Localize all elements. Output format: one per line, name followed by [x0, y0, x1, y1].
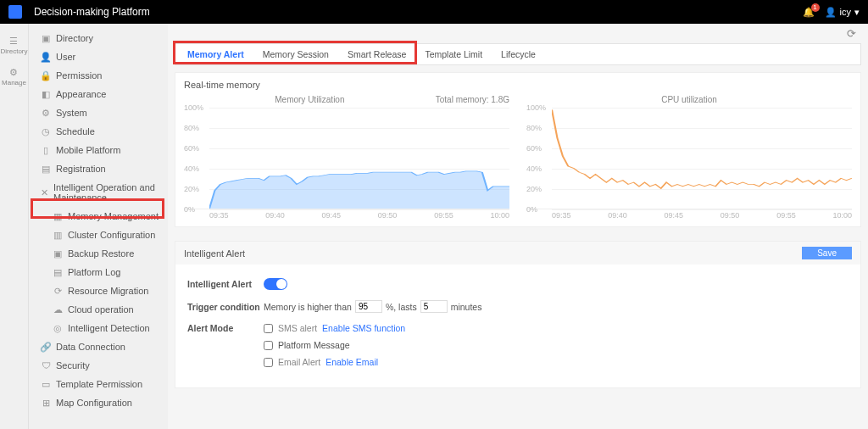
threshold-input[interactable]	[355, 300, 382, 313]
template-icon: ▭	[41, 379, 51, 389]
menu-template-permission[interactable]: ▭Template Permission	[29, 375, 168, 393]
enable-email-link[interactable]: Enable Email	[326, 357, 378, 367]
menu-backup[interactable]: ▣Backup Restore	[29, 244, 168, 263]
email-alert-checkbox[interactable]	[264, 358, 273, 367]
folder-icon: ▣	[41, 33, 51, 43]
rail-manage[interactable]: ⚙ Manage	[2, 67, 26, 86]
menu-mobile[interactable]: ▯Mobile Platform	[29, 141, 168, 159]
cpu-chart: CPU utilization 0%20%40%60%80%100% 09:35…	[526, 95, 852, 220]
menu-data-connection[interactable]: 🔗Data Connection	[29, 337, 168, 356]
detect-icon: ◎	[53, 323, 63, 333]
menu-registration[interactable]: ▤Registration	[29, 159, 168, 178]
total-memory-label: Total memory: 1.8G	[436, 95, 509, 104]
user-menu[interactable]: 👤 icy ▾	[825, 7, 860, 18]
enable-sms-link[interactable]: Enable SMS function	[322, 323, 405, 333]
cpu-chart-title: CPU utilization	[526, 95, 852, 104]
menu-memory-management[interactable]: ▦Memory Management	[29, 207, 168, 226]
menu-iom[interactable]: ✕Intelligent Operation and Maintenance	[29, 178, 168, 207]
menu-appearance[interactable]: ◧Appearance	[29, 85, 168, 103]
menu-map-configuration[interactable]: ⊞Map Configuration	[29, 393, 168, 412]
app-logo	[8, 5, 22, 19]
chevron-down-icon: ▾	[854, 7, 860, 18]
connection-icon: 🔗	[41, 342, 51, 352]
user-icon: 👤	[825, 7, 837, 18]
wrench-icon: ✕	[41, 187, 48, 198]
memory-chart: Memory Utilization Total memory: 1.8G 0%…	[184, 95, 509, 220]
menu-cluster[interactable]: ▥Cluster Configuration	[29, 226, 168, 244]
notification-badge: 1	[811, 3, 820, 12]
tab-memory-session[interactable]: Memory Session	[263, 49, 329, 59]
sms-alert-checkbox[interactable]	[264, 324, 273, 333]
clock-icon: ◷	[41, 126, 51, 136]
register-icon: ▤	[41, 164, 51, 174]
menu-resource-migration[interactable]: ⟳Resource Migration	[29, 281, 168, 300]
menu-cloud-operation[interactable]: ☁Cloud operation	[29, 300, 168, 319]
realtime-panel: Real-time memory Memory Utilization Tota…	[175, 72, 861, 227]
topbar: Decision-making Platform 🔔 1 👤 icy ▾	[0, 0, 868, 24]
menu-directory[interactable]: ▣Directory	[29, 29, 168, 47]
platform-message-checkbox[interactable]	[264, 341, 273, 350]
shield-icon: 🛡	[41, 360, 51, 370]
menu-schedule[interactable]: ◷Schedule	[29, 122, 168, 141]
log-icon: ▤	[53, 267, 63, 277]
menu-intelligent-detection[interactable]: ◎Intelligent Detection	[29, 319, 168, 337]
realtime-title: Real-time memory	[184, 80, 852, 90]
menu-permission[interactable]: 🔒Permission	[29, 66, 168, 85]
tab-memory-alert[interactable]: Memory Alert	[187, 49, 244, 59]
gear-icon: ⚙	[8, 67, 19, 77]
user-name: icy	[840, 7, 851, 17]
user-icon: 👤	[41, 52, 51, 62]
list-icon: ☰	[8, 36, 19, 46]
menu-user[interactable]: 👤User	[29, 47, 168, 66]
label-alert-mode: Alert Mode	[187, 323, 264, 333]
menu-platform-log[interactable]: ▤Platform Log	[29, 263, 168, 281]
duration-input[interactable]	[420, 300, 448, 313]
menu-system[interactable]: ⚙System	[29, 103, 168, 122]
save-button[interactable]: Save	[802, 247, 852, 259]
alert-section-title: Intelligent Alert	[184, 248, 245, 259]
tab-smart-release[interactable]: Smart Release	[348, 49, 406, 59]
svg-marker-0	[209, 171, 509, 209]
tabs: Memory Alert Memory Session Smart Releas…	[175, 43, 861, 65]
palette-icon: ◧	[41, 89, 51, 99]
migration-icon: ⟳	[53, 286, 63, 296]
label-intelligent-alert: Intelligent Alert	[187, 279, 264, 289]
memory-chart-title: Memory Utilization	[184, 95, 436, 104]
map-icon: ⊞	[41, 398, 51, 408]
rail-directory[interactable]: ☰ Directory	[0, 36, 27, 55]
cluster-icon: ▥	[53, 230, 63, 240]
refresh-button[interactable]: ⟳	[847, 27, 856, 40]
memory-icon: ▦	[53, 211, 63, 221]
app-title: Decision-making Platform	[34, 6, 150, 18]
alert-panel: Intelligent Alert Save Intelligent Alert…	[175, 241, 861, 388]
tab-lifecycle[interactable]: Lifecycle	[501, 49, 536, 59]
content: ⟳ Memory Alert Memory Session Smart Rele…	[168, 24, 868, 429]
label-trigger-condition: Trigger condition	[187, 302, 264, 312]
sidebar: ▣Directory 👤User 🔒Permission ◧Appearance…	[29, 24, 168, 429]
notifications-button[interactable]: 🔔 1	[803, 7, 815, 18]
nav-rail: ☰ Directory ⚙ Manage	[0, 24, 29, 429]
mobile-icon: ▯	[41, 145, 51, 155]
lock-icon: 🔒	[41, 70, 51, 81]
cloud-icon: ☁	[53, 304, 63, 315]
intelligent-alert-toggle[interactable]	[264, 278, 287, 290]
system-icon: ⚙	[41, 108, 51, 118]
menu-security[interactable]: 🛡Security	[29, 356, 168, 375]
tab-template-limit[interactable]: Template Limit	[425, 49, 482, 59]
backup-icon: ▣	[53, 248, 63, 259]
